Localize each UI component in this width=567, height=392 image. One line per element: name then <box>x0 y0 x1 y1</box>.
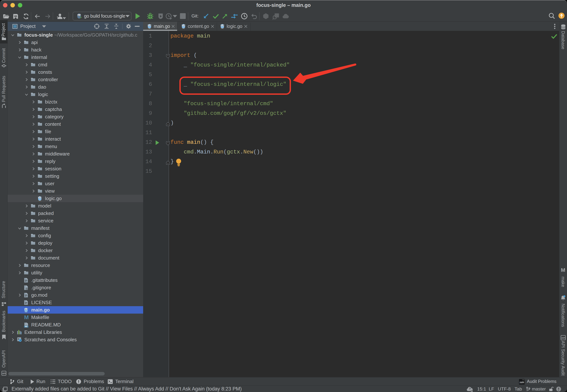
svg-text:/API: /API <box>520 381 524 384</box>
svg-text:/API: /API <box>2 373 6 375</box>
svg-text:MD: MD <box>25 326 28 328</box>
svg-text:?: ? <box>469 387 471 391</box>
